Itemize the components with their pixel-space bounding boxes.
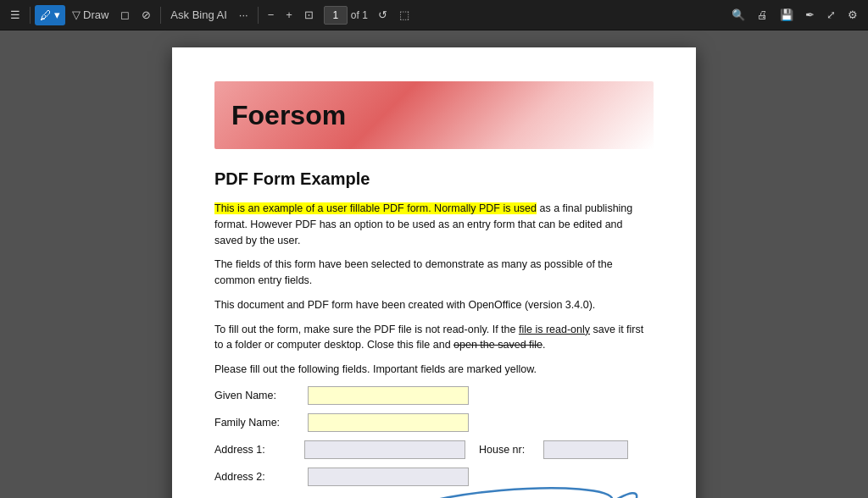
address1-row: Address 1: House nr: <box>214 440 654 459</box>
save-button[interactable]: 💾 <box>775 5 798 25</box>
pdf-page: Foersom PDF Form Example This is an exam… <box>172 47 696 498</box>
separator-2 <box>160 7 161 24</box>
pdf-para-4: To fill out the form, make sure the PDF … <box>214 322 654 354</box>
zoom-out-button[interactable]: − <box>263 5 280 25</box>
annotate-button[interactable]: 🖊 ▾ <box>35 5 65 25</box>
address2-row: Address 2: <box>214 468 654 486</box>
zoom-fit-button[interactable]: ⊡ <box>299 5 319 25</box>
bing-label: Ask Bing AI <box>170 8 226 21</box>
ask-bing-button[interactable]: Ask Bing AI <box>165 5 231 25</box>
more-icon: ··· <box>239 8 248 21</box>
address2-input[interactable] <box>308 468 469 486</box>
minus-icon: − <box>268 8 275 21</box>
annotate-icon: 🖊 <box>40 8 52 22</box>
menu-button[interactable]: ☰ <box>5 5 25 25</box>
address1-label: Address 1: <box>214 444 299 456</box>
separator-1 <box>30 7 31 24</box>
erase-icon: ◻ <box>120 8 130 21</box>
page-number-input[interactable] <box>324 6 348 25</box>
address1-input[interactable] <box>304 440 465 459</box>
zoom-in-button[interactable]: + <box>281 5 298 25</box>
settings-icon: ⚙ <box>848 8 858 21</box>
house-nr-input[interactable] <box>543 440 628 459</box>
hamburger-icon: ☰ <box>10 8 20 21</box>
given-name-label: Given Name: <box>214 390 299 401</box>
house-nr-label: House nr: <box>479 444 538 456</box>
draw-icon: ▽ <box>72 8 81 21</box>
search-button[interactable]: 🔍 <box>726 5 750 25</box>
fullscreen-button[interactable]: ⤢ <box>821 5 841 25</box>
given-name-row: Given Name: <box>214 386 654 405</box>
stamp-icon: ⊘ <box>142 8 151 21</box>
share-button[interactable]: ⬚ <box>394 5 415 25</box>
underline-text-1: file is read-only <box>519 324 590 335</box>
pdf-header-title: Foersom <box>231 100 346 131</box>
draw-button[interactable]: ▽ Draw <box>67 5 114 25</box>
para5-before: Please fill out the following fields. <box>214 363 370 375</box>
plus-icon: + <box>286 8 292 21</box>
page-of-label: of 1 <box>351 9 368 21</box>
fit-icon: ⊡ <box>304 8 314 21</box>
strikethrough-text: open the saved file <box>453 339 542 351</box>
pdf-para-3: This document and PDF form have been cre… <box>214 297 654 313</box>
address2-label: Address 2: <box>214 471 299 483</box>
stamp-button[interactable]: ⊘ <box>136 5 156 25</box>
rotate-icon: ↺ <box>378 8 387 21</box>
settings-button[interactable]: ⚙ <box>843 5 863 25</box>
more-button[interactable]: ··· <box>234 5 253 25</box>
sign-icon: ✒ <box>805 8 815 21</box>
pdf-section-title: PDF Form Example <box>214 169 654 189</box>
draw-label: Draw <box>83 8 108 21</box>
address1-group: Address 1: <box>214 440 465 459</box>
family-name-row: Family Name: <box>214 413 654 432</box>
fullscreen-icon: ⤢ <box>826 8 836 21</box>
toolbar: ☰ 🖊 ▾ ▽ Draw ◻ ⊘ Ask Bing AI ··· − + ⊡ o… <box>0 0 868 30</box>
house-nr-group: House nr: <box>479 440 628 459</box>
main-content: Foersom PDF Form Example This is an exam… <box>0 30 868 498</box>
print-icon: 🖨 <box>757 8 768 21</box>
print-button[interactable]: 🖨 <box>752 5 773 25</box>
page-nav: of 1 <box>324 6 368 25</box>
family-name-input[interactable] <box>308 413 469 432</box>
erase-button[interactable]: ◻ <box>115 5 135 25</box>
highlighted-text: This is an example of a user fillable PD… <box>214 202 537 214</box>
rotate-button[interactable]: ↺ <box>373 5 392 25</box>
search-icon: 🔍 <box>732 8 745 21</box>
pdf-para-1: This is an example of a user fillable PD… <box>214 201 654 248</box>
para5-after: Important fields are marked yellow. <box>370 363 537 375</box>
pdf-viewer[interactable]: Foersom PDF Form Example This is an exam… <box>0 30 868 498</box>
pdf-para-2: The fields of this form have been select… <box>214 257 654 289</box>
pdf-para-5: Please fill out the following fields. Im… <box>214 362 654 378</box>
share-icon: ⬚ <box>399 8 409 21</box>
pdf-header-banner: Foersom <box>214 81 654 149</box>
given-name-input[interactable] <box>308 386 469 405</box>
family-name-label: Family Name: <box>214 417 299 429</box>
separator-3 <box>258 7 259 24</box>
sign-button[interactable]: ✒ <box>800 5 820 25</box>
save-icon: 💾 <box>780 8 793 21</box>
annotate-chevron: ▾ <box>54 8 60 21</box>
